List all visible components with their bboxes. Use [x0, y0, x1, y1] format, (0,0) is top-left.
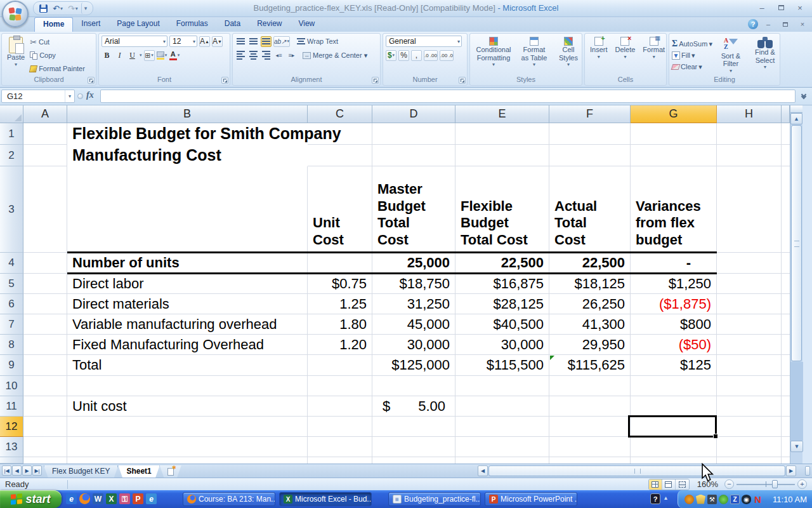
cell-H1[interactable] [717, 123, 782, 145]
cell-A1[interactable] [23, 123, 67, 145]
cell-D3[interactable]: Master Budget Total Cost [372, 166, 455, 253]
tab-data[interactable]: Data [216, 17, 249, 32]
column-header-B[interactable]: B [67, 105, 308, 123]
cell-E8[interactable]: 30,000 [455, 335, 549, 355]
language-indicator[interactable]: ? [650, 493, 660, 504]
cell-H4[interactable] [717, 253, 782, 274]
office-button[interactable] [2, 1, 29, 27]
zoom-slider-handle[interactable] [772, 480, 778, 488]
horizontal-scroll-thumb[interactable] [488, 465, 785, 476]
cell-A13[interactable] [23, 437, 67, 457]
close-button[interactable]: × [792, 3, 808, 13]
zotero-tray-icon[interactable]: Z [730, 495, 740, 504]
cell-C9[interactable] [308, 355, 372, 376]
accounting-format-button[interactable]: $▾ [386, 50, 396, 61]
cell-D10[interactable] [372, 376, 455, 396]
start-button[interactable]: start [0, 490, 62, 508]
antivirus-tray-icon[interactable]: N [753, 495, 763, 504]
italic-button[interactable]: I [114, 50, 125, 61]
cell-C3[interactable]: Unit Cost [308, 166, 372, 253]
first-sheet-button[interactable]: |◀ [2, 465, 11, 476]
cell-D1[interactable] [372, 123, 455, 145]
firefox-icon[interactable] [79, 493, 90, 504]
bold-button[interactable]: B [102, 50, 112, 61]
cell-H3[interactable] [717, 166, 782, 253]
powerpoint-icon[interactable]: P [133, 493, 143, 504]
cell-A6[interactable] [23, 294, 67, 314]
cell-H8[interactable] [717, 335, 782, 355]
cell-H2[interactable] [717, 145, 782, 166]
previous-sheet-button[interactable]: ◀ [12, 465, 22, 476]
cell-B3[interactable] [67, 166, 308, 253]
row-header-10[interactable]: 10 [0, 376, 23, 396]
outlook-express-icon[interactable]: e [146, 493, 157, 504]
insert-function-button[interactable]: fx [86, 90, 94, 100]
cell-E10[interactable] [455, 376, 549, 396]
cell-D12[interactable] [372, 417, 455, 437]
cell-G7[interactable]: $800 [631, 314, 717, 335]
column-header-E[interactable]: E [455, 105, 549, 123]
row-header-6[interactable]: 6 [0, 294, 23, 314]
cell-E5[interactable]: $16,875 [455, 274, 549, 294]
row-header-11[interactable]: 11 [0, 396, 23, 417]
expand-formula-bar-button[interactable] [798, 91, 809, 101]
middle-align-button[interactable] [248, 36, 259, 47]
zoom-out-button[interactable]: − [724, 479, 734, 489]
column-header-sliver[interactable] [782, 105, 790, 123]
cell-F11[interactable] [549, 396, 631, 417]
minimize-button[interactable]: – [754, 3, 770, 13]
number-format-combo[interactable]: General▾ [386, 36, 462, 47]
cell-E12[interactable] [455, 417, 549, 437]
select-all-button[interactable] [0, 105, 23, 123]
cell-G5[interactable]: $1,250 [631, 274, 717, 294]
cell-E11[interactable] [455, 396, 549, 417]
cell-A12[interactable] [23, 417, 67, 437]
bottom-align-button[interactable] [261, 36, 272, 47]
column-header-D[interactable]: D [372, 105, 455, 123]
cell-C5[interactable]: $0.75 [308, 274, 372, 294]
cell-D4[interactable]: 25,000 [372, 253, 455, 274]
scroll-right-button[interactable]: ▶ [786, 465, 796, 476]
cell-D8[interactable]: 30,000 [372, 335, 455, 355]
top-align-button[interactable] [235, 36, 246, 47]
cell-F3[interactable]: Actual Total Cost [549, 166, 631, 253]
row-header-5[interactable]: 5 [0, 274, 23, 294]
align-right-button[interactable] [261, 50, 272, 61]
next-sheet-button[interactable]: ▶ [22, 465, 32, 476]
zoom-slider[interactable] [737, 479, 795, 489]
shield-tray-icon[interactable] [696, 495, 705, 504]
column-header-A[interactable]: A [23, 105, 67, 123]
cell-F9[interactable]: $115,625 [549, 355, 631, 376]
taskbar-button-powerpoint[interactable]: P Microsoft PowerPoint ... [485, 492, 577, 506]
font-color-button[interactable]: A▾ [169, 50, 180, 61]
cell-A9[interactable] [23, 355, 67, 376]
workbook-minimize-button[interactable]: – [761, 20, 775, 29]
cell-E13[interactable] [455, 437, 549, 457]
tab-home[interactable]: Home [34, 17, 73, 32]
cell-G3[interactable]: Variances from flex budget [631, 166, 717, 253]
find-select-button[interactable]: Find & Select▾ [749, 36, 781, 75]
tab-view[interactable]: View [290, 17, 323, 32]
grow-font-button[interactable]: A▲ [199, 36, 210, 47]
cell-A8[interactable] [23, 335, 67, 355]
format-cells-button[interactable]: Format▾ [640, 36, 667, 75]
cell-C11[interactable] [308, 396, 372, 417]
cell-B2[interactable]: Manufacturing Cost [67, 145, 308, 166]
copy-button[interactable]: Copy [30, 50, 85, 61]
row-header-9[interactable]: 9 [0, 355, 23, 376]
align-center-button[interactable] [248, 50, 259, 61]
fill-color-button[interactable]: ▾ [157, 50, 167, 61]
normal-view-button[interactable] [649, 479, 662, 490]
scroll-track[interactable] [790, 362, 803, 441]
insert-worksheet-button[interactable] [160, 465, 181, 478]
cell-C12[interactable] [308, 417, 372, 437]
cell-E4[interactable]: 22,500 [455, 253, 549, 274]
cell-H10[interactable] [717, 376, 782, 396]
font-size-combo[interactable]: 12▾ [169, 36, 197, 47]
cell-B12[interactable] [67, 417, 308, 437]
cell-H6[interactable] [717, 294, 782, 314]
cell-E2[interactable] [455, 145, 549, 166]
cell-B10[interactable] [67, 376, 308, 396]
cell-C8[interactable]: 1.20 [308, 335, 372, 355]
tab-formulas[interactable]: Formulas [168, 17, 216, 32]
